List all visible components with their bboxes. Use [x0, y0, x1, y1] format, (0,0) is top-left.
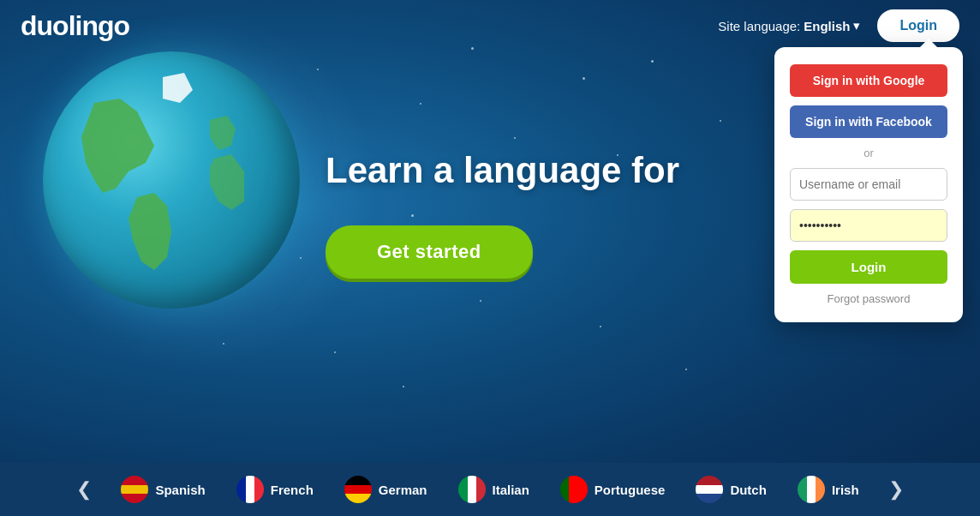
header-right: Site language: English ▾ Login	[718, 9, 959, 42]
language-item-italian[interactable]: Italian	[443, 476, 545, 503]
header: duolingo Site language: English ▾ Login	[0, 0, 980, 51]
login-submit-button[interactable]: Login	[790, 250, 947, 284]
headline: Learn a language for	[326, 150, 754, 191]
language-label-french: French	[271, 483, 314, 497]
language-item-portuguese[interactable]: Portuguese	[545, 476, 681, 503]
language-item-german[interactable]: German	[329, 476, 443, 503]
flag-dutch	[696, 476, 723, 503]
language-label-italian: Italian	[493, 483, 529, 497]
language-label-dutch: Dutch	[730, 483, 767, 497]
login-dropdown: Sign in with Google Sign in with Faceboo…	[774, 47, 963, 322]
site-language-value: English	[804, 19, 850, 33]
sign-in-google-button[interactable]: Sign in with Google	[790, 64, 947, 97]
background: duolingo Site language: English ▾ Login …	[0, 0, 980, 516]
language-label-portuguese: Portuguese	[595, 483, 666, 497]
flag-portuguese	[560, 476, 588, 503]
language-label-german: German	[379, 483, 427, 497]
language-bar: ❮ Spanish French German Italian Portugue…	[0, 463, 980, 516]
get-started-button[interactable]: Get started	[326, 225, 533, 279]
logo-text: duolingo	[21, 10, 129, 41]
flag-irish	[798, 476, 825, 503]
globe-container	[43, 51, 317, 326]
or-divider: or	[790, 147, 947, 159]
language-item-spanish[interactable]: Spanish	[105, 476, 220, 503]
language-item-dutch[interactable]: Dutch	[680, 476, 782, 503]
site-language-label: Site language:	[718, 19, 800, 33]
main-content: Learn a language for	[326, 150, 754, 191]
flag-french	[236, 476, 264, 503]
password-input[interactable]	[790, 209, 947, 242]
lang-prev-button[interactable]: ❮	[63, 478, 105, 501]
language-item-irish[interactable]: Irish	[782, 476, 875, 503]
globe	[43, 51, 300, 309]
username-input[interactable]	[790, 168, 947, 201]
lang-next-button[interactable]: ❯	[875, 478, 917, 501]
chevron-down-icon: ▾	[853, 18, 860, 33]
language-item-french[interactable]: French	[221, 476, 329, 503]
login-button[interactable]: Login	[877, 9, 959, 42]
flag-spanish	[121, 476, 148, 503]
logo: duolingo	[21, 10, 129, 42]
sign-in-facebook-button[interactable]: Sign in with Facebook	[790, 105, 947, 138]
site-language-selector[interactable]: Site language: English ▾	[718, 18, 860, 33]
forgot-password-link[interactable]: Forgot password	[790, 292, 947, 305]
flag-german	[344, 476, 372, 503]
language-label-irish: Irish	[832, 483, 859, 497]
flag-italian	[458, 476, 486, 503]
language-label-spanish: Spanish	[155, 483, 205, 497]
